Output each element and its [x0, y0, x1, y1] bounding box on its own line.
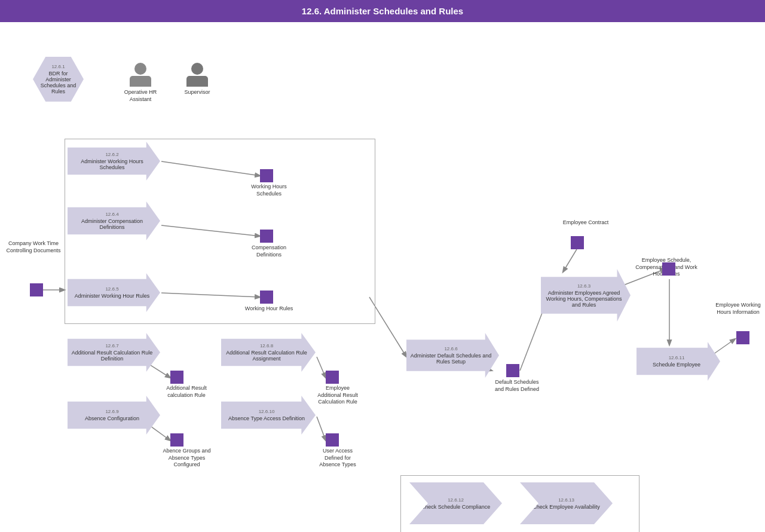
hr-assistant-node: Operative HR Assistant	[114, 63, 167, 103]
node-265: 12.6.5 Administer Working Hour Rules	[68, 273, 160, 312]
cd-square	[260, 230, 273, 243]
escwhr-square	[662, 262, 675, 276]
node-2611: 12.6.11 Schedule Employee	[637, 342, 720, 381]
arc-square	[170, 371, 183, 384]
uat-square	[326, 433, 339, 447]
node-2613: 12.6.13 Check Employee Availability	[520, 482, 613, 524]
ec-square	[571, 236, 584, 249]
node-2612: 12.6.12 Check Schedule Compliance	[409, 482, 502, 524]
page-title: 12.6. Administer Schedules and Rules	[302, 6, 463, 16]
ewhi-square	[736, 331, 749, 344]
company-work-time-square	[30, 283, 43, 296]
header: 12.6. Administer Schedules and Rules	[0, 0, 765, 22]
supervisor-head	[191, 63, 203, 75]
svg-line-8	[317, 417, 326, 441]
node-263: 12.6.3 Administer Employees Agreed Worki…	[541, 269, 631, 322]
node-262: 12.6.2 Administer Working Hours Schedule…	[68, 142, 160, 181]
hr-person-head	[134, 63, 146, 75]
canvas: 12.6.1 BDR for Administer Schedules and …	[0, 22, 765, 532]
abg-square	[170, 433, 183, 447]
whs-square	[260, 169, 273, 182]
node-266: 12.6.6 Administer Default Schedules and …	[406, 333, 499, 378]
supervisor-node: Supervisor	[176, 63, 218, 96]
node-264: 12.6.4 Administer Compensation Definitio…	[68, 201, 160, 240]
node-2610: 12.6.10 Absence Type Access Definition	[221, 396, 316, 435]
node-268: 12.6.8 Additional Result Calculation Rul…	[221, 333, 316, 372]
node-269: 12.6.9 Absence Configuration	[68, 396, 160, 435]
whr-square	[260, 291, 273, 304]
bdr-node: 12.6.1 BDR for Administer Schedules and …	[33, 57, 84, 102]
svg-line-5	[317, 357, 326, 378]
node-267: 12.6.7 Additional Result Calculation Rul…	[68, 333, 160, 372]
dsr-square	[506, 364, 519, 377]
earc-square	[326, 371, 339, 384]
hr-person-body	[130, 76, 151, 87]
supervisor-body	[186, 76, 208, 87]
